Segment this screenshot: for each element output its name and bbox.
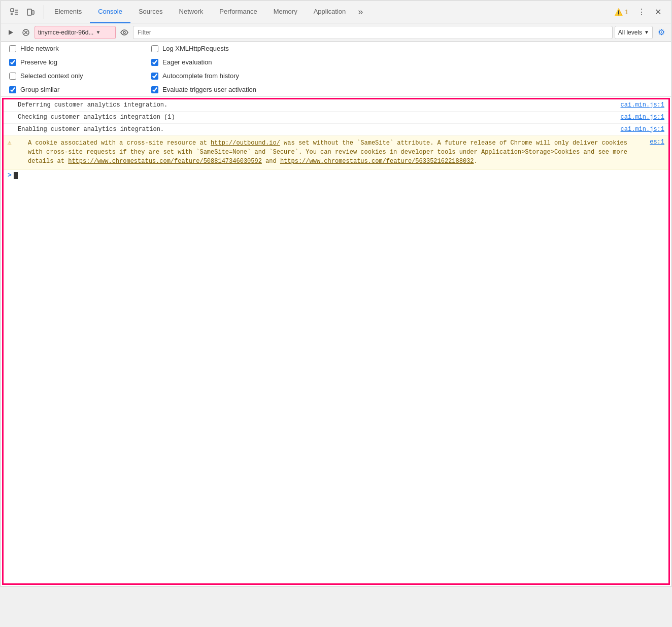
console-log-line-2: Checking customer analytics integration …	[4, 112, 668, 124]
context-label: tinymce-editor-96d...	[38, 29, 93, 36]
options-row-3: Selected context only Autocomplete from …	[1, 69, 671, 83]
warning-source[interactable]: es:1	[650, 138, 664, 146]
inspect-icon-btn[interactable]	[7, 5, 21, 19]
context-selector[interactable]: tinymce-editor-96d... ▼	[35, 26, 116, 39]
warning-text-and: and	[262, 158, 280, 165]
console-input-line[interactable]: >	[4, 169, 668, 181]
device-toolbar-btn[interactable]	[23, 5, 38, 19]
console-cursor	[14, 172, 18, 179]
eval-triggers-option[interactable]: Evaluate triggers user activation	[151, 86, 273, 93]
tab-network[interactable]: Network	[171, 1, 212, 23]
console-log-line-3: Enabling customer analytics integration.…	[4, 124, 668, 136]
preserve-log-checkbox[interactable]	[9, 59, 16, 66]
eager-eval-label: Eager evaluation	[162, 58, 212, 66]
warning-triangle-icon: ⚠️	[614, 8, 623, 16]
log-xmlhttp-label: Log XMLHttpRequests	[162, 45, 229, 52]
warning-link-outbound[interactable]: http://outbound.io/	[211, 140, 280, 147]
close-icon: ✕	[655, 7, 661, 17]
warning-text-before-link1: A cookie associated with a cross-site re…	[28, 140, 211, 147]
eval-triggers-checkbox[interactable]	[151, 86, 158, 93]
warning-line-icon: ⚠	[8, 138, 12, 147]
options-row-4: Group similar Evaluate triggers user act…	[1, 83, 671, 96]
context-caret-icon: ▼	[95, 29, 100, 35]
tab-application[interactable]: Application	[306, 1, 354, 23]
svg-point-4	[123, 31, 125, 33]
live-expressions-btn[interactable]	[118, 26, 131, 39]
hide-network-option[interactable]: Hide network	[9, 45, 131, 52]
tab-console[interactable]: Console	[90, 1, 130, 23]
group-similar-label: Group similar	[20, 86, 59, 93]
svg-rect-2	[32, 11, 34, 14]
options-row-2: Preserve log Eager evaluation	[1, 55, 671, 69]
log-text-3: Enabling customer analytics integration.	[18, 125, 613, 134]
warning-link-chromestatus2[interactable]: https://www.chromestatus.com/feature/563…	[280, 158, 474, 165]
warning-text-end: .	[474, 158, 478, 165]
tab-right-actions: ⚠️ 1 ⋮ ✕	[610, 5, 669, 19]
selected-context-option[interactable]: Selected context only	[9, 72, 131, 80]
warning-count: 1	[625, 9, 628, 16]
console-settings-btn[interactable]: ⚙	[655, 26, 668, 39]
tab-performance[interactable]: Performance	[211, 1, 265, 23]
svg-rect-1	[27, 9, 31, 15]
tab-memory[interactable]: Memory	[265, 1, 306, 23]
log-levels-selector[interactable]: All levels ▼	[615, 26, 653, 39]
tab-elements[interactable]: Elements	[46, 1, 90, 23]
warning-badge[interactable]: ⚠️ 1	[610, 7, 632, 18]
tab-bar: Elements Console Sources Network Perform…	[1, 1, 671, 23]
group-similar-checkbox[interactable]	[9, 86, 16, 93]
hide-network-checkbox[interactable]	[9, 45, 16, 52]
options-row-1: Hide network Log XMLHttpRequests	[1, 42, 671, 55]
autocomplete-history-label: Autocomplete from history	[162, 72, 239, 80]
group-similar-option[interactable]: Group similar	[9, 86, 131, 93]
console-output-area: Deferring customer analytics integration…	[2, 98, 670, 585]
console-toolbar: tinymce-editor-96d... ▼ All levels ▼ ⚙	[1, 23, 671, 42]
filter-input[interactable]	[133, 26, 613, 39]
console-warning-line: ⚠ A cookie associated with a cross-site …	[4, 135, 668, 169]
more-options-icon: ⋮	[637, 7, 646, 17]
levels-caret-icon: ▼	[644, 29, 649, 35]
eval-triggers-label: Evaluate triggers user activation	[162, 86, 256, 93]
selected-context-label: Selected context only	[20, 72, 83, 80]
console-log-line-1: Deferring customer analytics integration…	[4, 99, 668, 112]
log-text-2: Checking customer analytics integration …	[18, 113, 613, 122]
preserve-log-option[interactable]: Preserve log	[9, 58, 131, 66]
execute-btn[interactable]	[4, 26, 17, 39]
log-source-2[interactable]: cai.min.js:1	[621, 113, 664, 122]
autocomplete-history-checkbox[interactable]	[151, 73, 158, 80]
hide-network-label: Hide network	[20, 45, 59, 52]
log-source-1[interactable]: cai.min.js:1	[621, 101, 664, 110]
log-xmlhttp-option[interactable]: Log XMLHttpRequests	[151, 45, 273, 52]
warning-text-content: A cookie associated with a cross-site re…	[28, 138, 642, 166]
console-options: Hide network Log XMLHttpRequests Preserv…	[1, 42, 671, 97]
eager-eval-checkbox[interactable]	[151, 59, 158, 66]
tab-icons	[3, 5, 42, 19]
log-source-3[interactable]: cai.min.js:1	[621, 125, 664, 134]
tab-divider	[44, 5, 44, 19]
more-options-btn[interactable]: ⋮	[634, 5, 649, 19]
autocomplete-history-option[interactable]: Autocomplete from history	[151, 72, 273, 80]
log-text-1: Deferring customer analytics integration…	[18, 101, 613, 110]
gear-icon: ⚙	[658, 27, 665, 37]
tab-sources[interactable]: Sources	[130, 1, 171, 23]
console-prompt-icon: >	[8, 171, 12, 179]
svg-rect-0	[11, 9, 14, 12]
log-xmlhttp-checkbox[interactable]	[151, 45, 158, 52]
warning-link-chromestatus1[interactable]: https://www.chromestatus.com/feature/508…	[68, 158, 262, 165]
clear-console-btn[interactable]	[19, 26, 32, 39]
levels-label: All levels	[618, 29, 642, 36]
devtools-window: Elements Console Sources Network Perform…	[0, 0, 672, 587]
eager-eval-option[interactable]: Eager evaluation	[151, 58, 273, 66]
more-tabs-btn[interactable]: »	[354, 6, 367, 19]
close-devtools-btn[interactable]: ✕	[651, 5, 665, 19]
preserve-log-label: Preserve log	[20, 58, 57, 66]
selected-context-checkbox[interactable]	[9, 73, 16, 80]
